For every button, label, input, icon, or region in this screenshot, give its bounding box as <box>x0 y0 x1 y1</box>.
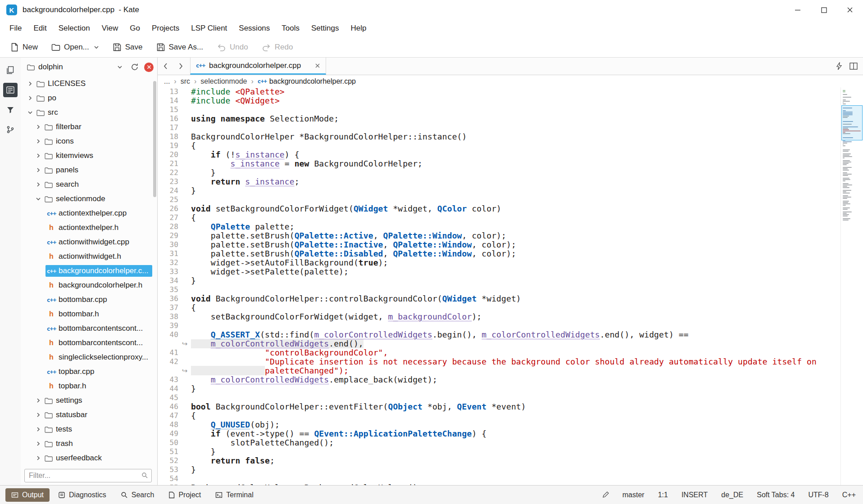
menu-item-projects[interactable]: Projects <box>146 20 185 37</box>
filter-input[interactable] <box>24 469 152 482</box>
chevron-right-icon[interactable] <box>27 81 33 86</box>
status-de-de[interactable]: de_DE <box>721 491 743 499</box>
tree-folder-po[interactable]: po <box>21 91 157 105</box>
breadcrumb-item-selectionmode[interactable]: selectionmode <box>200 77 247 86</box>
chevron-right-icon[interactable] <box>35 455 41 461</box>
breadcrumb-item-src[interactable]: src <box>181 77 190 86</box>
documents-toolview-button[interactable] <box>3 63 18 77</box>
save-button[interactable]: Save <box>107 38 149 56</box>
tree-file-actionwithwidget-h[interactable]: hactionwithwidget.h <box>21 249 157 264</box>
menu-item-edit[interactable]: Edit <box>27 20 52 37</box>
status-soft-tabs-4[interactable]: Soft Tabs: 4 <box>757 491 795 499</box>
tree-file-bottombar-h[interactable]: hbottombar.h <box>21 307 157 321</box>
minimap-scrollbar[interactable] <box>840 87 863 485</box>
tree-folder-statusbar[interactable]: statusbar <box>21 408 157 422</box>
tree-file-singleclickselectionproxy[interactable]: hsingleclickselectionproxy... <box>21 350 157 364</box>
chevron-right-icon[interactable] <box>35 427 41 432</box>
chevron-right-icon[interactable] <box>35 441 41 446</box>
tree-folder-selectionmode[interactable]: selectionmode <box>21 192 157 206</box>
status-insert[interactable]: INSERT <box>681 491 708 499</box>
search-toolview-button[interactable]: Search <box>115 488 160 502</box>
maximize-button[interactable] <box>811 0 837 20</box>
tree-folder-settings[interactable]: settings <box>21 393 157 408</box>
project-selector[interactable]: dolphin <box>24 60 125 74</box>
chevron-right-icon[interactable] <box>35 167 41 173</box>
menu-item-settings[interactable]: Settings <box>305 20 345 37</box>
tree-file-topbar-cpp[interactable]: c++topbar.cpp <box>21 364 157 379</box>
chevron-down-icon[interactable] <box>35 196 41 202</box>
history-back-button[interactable] <box>158 58 173 75</box>
tree-file-backgroundcolorhelper-h[interactable]: hbackgroundcolorhelper.h <box>21 278 157 292</box>
tree-folder-tests[interactable]: tests <box>21 422 157 436</box>
git-toolview-button[interactable] <box>3 122 18 137</box>
split-view-icon[interactable] <box>849 63 858 70</box>
filter-toolview-button[interactable] <box>3 103 18 117</box>
chevron-right-icon[interactable] <box>35 124 41 130</box>
funnel-icon <box>6 106 14 114</box>
menu-item-selection[interactable]: Selection <box>53 20 96 37</box>
redo-button[interactable]: Redo <box>256 38 299 56</box>
tree-scrollbar[interactable] <box>153 81 156 197</box>
tree-file-actiontexthelper-cpp[interactable]: c++actiontexthelper.cpp <box>21 206 157 220</box>
tab-close-icon[interactable] <box>315 63 320 68</box>
text-editor[interactable]: 13#include <QPalette>14#include <QWidget… <box>158 87 863 485</box>
history-forward-button[interactable] <box>173 58 188 75</box>
tree-folder-icons[interactable]: icons <box>21 134 157 148</box>
menu-item-go[interactable]: Go <box>124 20 146 37</box>
chevron-right-icon[interactable] <box>35 153 41 158</box>
minimap-viewport[interactable] <box>841 105 863 140</box>
tree-item-label: userfeedback <box>56 454 102 463</box>
breadcrumb-item-backgroundcolorhelper-cpp[interactable]: c++backgroundcolorhelper.cpp <box>258 77 356 86</box>
breadcrumb-item-[interactable]: ... <box>164 77 170 86</box>
line-number: 24 <box>158 186 178 195</box>
chevron-right-icon[interactable] <box>35 182 41 187</box>
tree-folder-panels[interactable]: panels <box>21 163 157 177</box>
tree-folder-userfeedback[interactable]: userfeedback <box>21 451 157 465</box>
tree-folder-kitemviews[interactable]: kitemviews <box>21 148 157 163</box>
chevron-down-icon[interactable] <box>27 110 33 115</box>
diagnostics-toolview-button[interactable]: Diagnostics <box>52 488 112 502</box>
close-project-button[interactable] <box>144 63 154 72</box>
tree-folder-search[interactable]: search <box>21 177 157 192</box>
reload-project-button[interactable] <box>129 61 141 73</box>
tree-folder-licenses[interactable]: LICENSES <box>21 76 157 91</box>
minimize-button[interactable] <box>785 0 811 20</box>
menu-item-lsp-client[interactable]: LSP Client <box>185 20 233 37</box>
new-button[interactable]: New <box>5 38 44 56</box>
status-c[interactable]: C++ <box>842 491 856 499</box>
save-as-button[interactable]: Save As... <box>150 38 209 56</box>
menu-item-tools[interactable]: Tools <box>276 20 305 37</box>
menu-item-file[interactable]: File <box>4 20 27 37</box>
cpp-file-icon: c++ <box>47 268 56 274</box>
tree-file-bottombarcontentscont[interactable]: hbottombarcontentscont... <box>21 336 157 350</box>
project-toolview-button[interactable]: Project <box>163 488 207 502</box>
terminal-toolview-button[interactable]: Terminal <box>209 488 259 502</box>
chevron-right-icon[interactable] <box>35 412 41 418</box>
tree-file-topbar-h[interactable]: htopbar.h <box>21 379 157 393</box>
chevron-right-icon[interactable] <box>35 139 41 144</box>
tab-backgroundcolorhelper-cpp[interactable]: c++ backgroundcolorhelper.cpp <box>190 58 326 75</box>
status-1-1[interactable]: 1:1 <box>658 491 668 499</box>
quick-open-lightning-icon[interactable] <box>836 62 842 70</box>
status-master[interactable]: master <box>622 491 645 499</box>
chevron-right-icon[interactable] <box>35 398 41 403</box>
open-button[interactable]: Open... <box>45 38 105 56</box>
menu-item-view[interactable]: View <box>96 20 124 37</box>
projects-toolview-button[interactable] <box>3 83 18 97</box>
tree-file-bottombarcontentscont[interactable]: c++bottombarcontentscont... <box>21 321 157 336</box>
menu-item-sessions[interactable]: Sessions <box>233 20 276 37</box>
output-toolview-button[interactable]: Output <box>5 488 50 502</box>
tree-folder-filterbar[interactable]: filterbar <box>21 120 157 134</box>
tree-folder-trash[interactable]: trash <box>21 436 157 451</box>
tree-file-actionwithwidget-cpp[interactable]: c++actionwithwidget.cpp <box>21 235 157 249</box>
tree-file-bottombar-cpp[interactable]: c++bottombar.cpp <box>21 292 157 307</box>
tree-folder-src[interactable]: src <box>21 105 157 120</box>
tree-file-backgroundcolorhelper-c[interactable]: c++backgroundcolorhelper.c... <box>21 264 157 278</box>
chevron-right-icon[interactable] <box>27 95 33 101</box>
close-button[interactable] <box>837 0 863 20</box>
cpp-file-icon: c++ <box>47 239 56 246</box>
tree-file-actiontexthelper-h[interactable]: hactiontexthelper.h <box>21 220 157 235</box>
menu-item-help[interactable]: Help <box>345 20 372 37</box>
undo-button[interactable]: Undo <box>211 38 254 56</box>
status-utf-8[interactable]: UTF-8 <box>808 491 828 499</box>
